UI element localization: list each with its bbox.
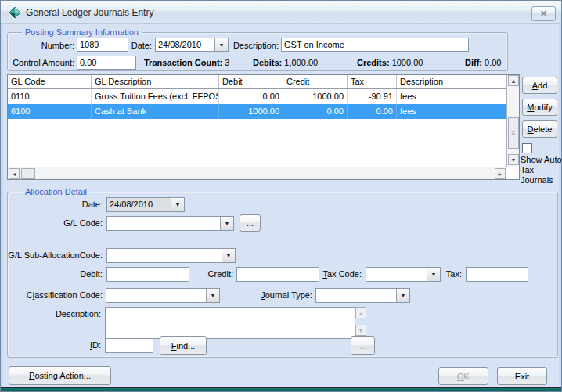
window-border-bottom — [1, 387, 562, 392]
exit-button[interactable]: Exit — [497, 367, 547, 385]
grid-vertical-scrollbar[interactable]: ▲ ≡ ▼ — [506, 75, 519, 167]
gl-code-combobox[interactable]: ▼ — [106, 216, 234, 231]
tax-code-combobox[interactable]: ▼ — [366, 267, 441, 282]
allocation-detail-group-title: Allocation Detail — [22, 187, 90, 196]
journal-type-label: Journal Type: — [251, 290, 312, 300]
table-row-selected[interactable]: 6100 Cash at Bank 1000.00 0.00 0.00 fees — [8, 104, 506, 119]
title-bar[interactable]: General Ledger Journals Entry ✕ — [1, 1, 561, 24]
cell-credit: 1000.00 — [283, 89, 348, 104]
journal-lines-grid[interactable]: GL Code GL Description Debit Credit Tax … — [7, 74, 520, 180]
alloc-credit-field[interactable] — [236, 267, 319, 282]
app-icon — [9, 6, 21, 19]
summary-date-value: 24/08/2010 — [156, 38, 214, 51]
chevron-down-icon[interactable]: ▼ — [220, 217, 233, 230]
description-label: Description: — [230, 41, 279, 50]
find-button[interactable]: Find... — [160, 336, 207, 355]
date-label: Date: — [126, 41, 152, 50]
gl-code-browse-button[interactable]: ... — [240, 214, 261, 232]
cell-gl-description: Cash at Bank — [92, 104, 219, 119]
chevron-down-icon[interactable]: ▼ — [171, 198, 184, 211]
alloc-date-combobox[interactable]: 24/08/2010 ▼ — [106, 197, 185, 212]
cell-gl-code: 6100 — [8, 104, 92, 119]
cell-description: fees — [397, 104, 506, 119]
classification-code-combobox[interactable]: ▼ — [106, 288, 220, 303]
credits-total: Credits: 1000.00 — [357, 58, 423, 67]
column-header-description: Description — [397, 75, 506, 88]
window-title: General Ledger Journals Entry — [26, 7, 153, 18]
cell-gl-description: Gross Tuition Fees (excl. FFPOS — [92, 89, 219, 104]
chevron-down-icon[interactable]: ▼ — [214, 38, 228, 51]
add-button[interactable]: Add — [522, 77, 557, 94]
debits-value: 1,000.00 — [284, 58, 318, 67]
gl-code-label: G/L Code: — [7, 218, 103, 228]
description-scroll-up-icon[interactable]: ▲ — [355, 307, 366, 318]
alloc-debit-field[interactable] — [106, 267, 189, 282]
window-border-left — [1, 24, 3, 387]
alloc-browse-button[interactable]: ... — [351, 336, 375, 355]
diff-total: Diff: 0.00 — [465, 58, 501, 67]
cell-tax: 0.00 — [348, 104, 397, 119]
alloc-date-label: Date: — [7, 200, 103, 209]
id-label: ID: — [7, 340, 101, 350]
scroll-left-icon[interactable]: ◄ — [9, 168, 20, 179]
control-amount-field[interactable]: 0.00 — [77, 56, 136, 70]
diff-label: Diff: — [465, 58, 482, 67]
sub-allocation-value — [107, 249, 222, 262]
diff-value: 0.00 — [485, 58, 501, 67]
credits-value: 1000.00 — [392, 58, 423, 67]
grid-horizontal-scrollbar[interactable]: ◄ ► — [8, 167, 506, 179]
number-field[interactable]: 1089 — [77, 38, 128, 52]
alloc-debit-label: Debit: — [7, 269, 103, 279]
cell-debit: 0.00 — [219, 89, 283, 104]
credits-label: Credits: — [357, 58, 390, 67]
description-scroll-down-icon[interactable]: ▼ — [355, 325, 366, 336]
horizontal-scroll-thumb[interactable] — [21, 168, 35, 179]
journal-type-value — [316, 289, 396, 302]
window-border-right — [559, 24, 561, 387]
scroll-up-icon[interactable]: ▲ — [508, 75, 519, 86]
modify-button[interactable]: Modify — [522, 99, 557, 116]
journal-type-combobox[interactable]: ▼ — [315, 288, 410, 303]
summary-description-field[interactable]: GST on Income — [281, 38, 469, 52]
table-row[interactable]: 0110 Gross Tuition Fees (excl. FFPOS 0.0… — [8, 89, 506, 104]
scroll-right-icon[interactable]: ► — [495, 168, 506, 179]
sub-allocation-combobox[interactable]: ▼ — [106, 248, 236, 263]
classification-code-value — [106, 289, 206, 302]
control-amount-label: Control Amount: — [5, 58, 74, 67]
delete-button[interactable]: Delete — [522, 120, 557, 138]
tax-code-label: Tax Code: — [314, 269, 362, 279]
column-header-debit: Debit — [219, 75, 283, 88]
id-field[interactable] — [105, 338, 153, 353]
alloc-credit-label: Credit: — [193, 269, 233, 279]
scroll-down-icon[interactable]: ▼ — [508, 154, 519, 165]
general-ledger-journals-entry-window: General Ledger Journals Entry ✕ Posting … — [0, 0, 562, 392]
ok-button[interactable]: OK — [438, 367, 488, 385]
chevron-down-icon[interactable]: ▼ — [396, 289, 409, 302]
sub-allocation-label: G/L Sub-AllocationCode: — [7, 250, 103, 260]
summary-date-combobox[interactable]: 24/08/2010 ▼ — [155, 38, 229, 52]
vertical-scroll-thumb[interactable]: ≡ — [508, 117, 519, 149]
chevron-down-icon[interactable]: ▼ — [206, 289, 219, 302]
number-label: Number: — [7, 41, 74, 50]
cell-debit: 1000.00 — [219, 104, 283, 119]
show-auto-tax-checkbox[interactable] — [522, 143, 532, 153]
transaction-count: Transaction Count: 3 — [144, 58, 229, 67]
column-header-gl-description: GL Description — [92, 75, 219, 88]
alloc-description-textarea[interactable] — [105, 307, 355, 339]
chevron-down-icon[interactable]: ▼ — [222, 249, 235, 262]
column-header-credit: Credit — [283, 75, 348, 88]
grid-header-row: GL Code GL Description Debit Credit Tax … — [8, 75, 506, 89]
alloc-tax-field[interactable] — [466, 267, 528, 282]
column-header-tax: Tax — [348, 75, 397, 88]
classification-code-label: Classification Code: — [7, 290, 103, 300]
cell-description: fees — [397, 89, 506, 104]
close-icon[interactable]: ✕ — [531, 6, 556, 21]
alloc-tax-label: Tax: — [436, 269, 462, 279]
alloc-date-value: 24/08/2010 — [107, 198, 171, 211]
posting-summary-group-title: Posting Summary Information — [22, 27, 142, 37]
tax-code-value — [366, 268, 427, 281]
alloc-description-label: Description: — [7, 309, 101, 318]
posting-action-button[interactable]: Posting Action... — [9, 366, 111, 385]
column-header-gl-code: GL Code — [8, 75, 92, 88]
cell-credit: 0.00 — [283, 104, 348, 119]
